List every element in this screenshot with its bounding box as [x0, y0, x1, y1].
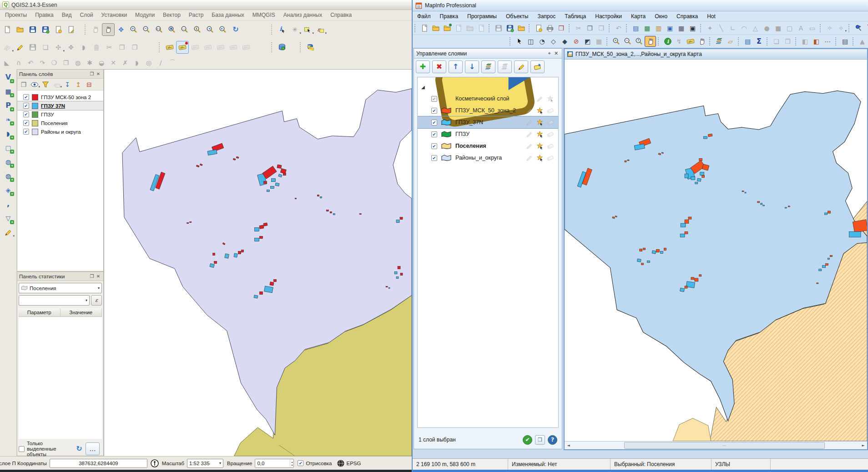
scroll-left-icon[interactable]: ◄	[565, 443, 572, 447]
add-mssql-layer[interactable]: ◗+	[2, 127, 15, 140]
layer-editable-icon[interactable]	[525, 131, 534, 138]
open-workspace[interactable]	[441, 23, 453, 34]
split-parts[interactable]: ⌒	[167, 57, 178, 68]
menu-item-12[interactable]: Справка	[326, 10, 356, 20]
expand-all[interactable]: ↧	[62, 80, 73, 90]
zoom-in[interactable]: +	[127, 23, 140, 36]
spin-up-icon[interactable]: ▴	[291, 460, 293, 463]
help-button[interactable]: ?	[548, 435, 557, 445]
render-checkbox[interactable]: ✔	[298, 460, 303, 466]
menu-item-10[interactable]: MMQGIS	[248, 10, 279, 20]
map-feature[interactable]	[283, 173, 286, 176]
menu-item-7[interactable]: Вектор	[159, 10, 185, 20]
statistics-column-value[interactable]: Значение	[61, 308, 102, 316]
map-feature[interactable]	[688, 217, 691, 219]
menu-item-2[interactable]: Правка	[31, 10, 58, 20]
polyline-tool[interactable]: ∟	[727, 23, 738, 34]
cad-tools[interactable]: ◣	[1, 57, 13, 68]
map-feature[interactable]	[680, 288, 685, 292]
map-feature[interactable]	[396, 220, 399, 223]
map-feature[interactable]	[317, 195, 319, 196]
map-feature[interactable]	[849, 231, 861, 237]
statistics-options[interactable]: …	[86, 442, 100, 455]
open-project[interactable]	[14, 23, 26, 36]
layer-visibility-checkbox[interactable]: ✔	[23, 94, 29, 100]
distance-scale[interactable]: ⋯	[822, 36, 833, 47]
open-web-service[interactable]	[464, 23, 475, 34]
coordinate-input[interactable]: 387632,6284409	[50, 459, 147, 468]
scrollbar-track[interactable]: ⋯	[572, 442, 859, 449]
frame-tool[interactable]: ▭	[807, 23, 818, 34]
ellipse-tool[interactable]: ●	[761, 23, 772, 34]
map-feature[interactable]	[255, 228, 259, 231]
add-wms-layer[interactable]: ◍+	[2, 170, 15, 182]
pan-map[interactable]	[102, 23, 115, 36]
map-feature[interactable]	[259, 236, 262, 239]
layer-selectable-icon[interactable]	[535, 154, 544, 162]
scrollbar-thumb[interactable]: ⋯	[624, 442, 825, 449]
map-feature[interactable]	[386, 286, 388, 287]
open-universal-data[interactable]	[475, 23, 487, 34]
export-window[interactable]: ❒	[555, 23, 567, 34]
map-feature[interactable]	[685, 231, 688, 234]
menu-item-9[interactable]: Окно	[650, 12, 672, 21]
cut-features[interactable]: ✂	[103, 41, 116, 54]
open-layer-styling[interactable]: ❐	[18, 80, 29, 90]
menu-item-1[interactable]: Проекты	[1, 10, 31, 20]
layer-style-swatch[interactable]	[441, 119, 452, 126]
drag-map-window[interactable]	[696, 36, 707, 47]
map-feature[interactable]	[277, 165, 282, 168]
set-target-district[interactable]: ❏	[771, 36, 782, 47]
map-feature[interactable]	[330, 212, 332, 213]
symbol-style[interactable]	[853, 23, 864, 34]
map-feature[interactable]	[320, 197, 322, 198]
float-panel-icon[interactable]: ❐	[89, 273, 95, 280]
mouse-tracking-icon[interactable]	[150, 459, 159, 468]
map-feature[interactable]	[656, 249, 659, 252]
open-table[interactable]	[430, 23, 441, 34]
save-project[interactable]	[26, 23, 39, 36]
statistics-window[interactable]: Σ	[753, 36, 765, 47]
undo[interactable]: ↶	[25, 57, 36, 68]
layer-row[interactable]: ✔Районы и округа	[17, 127, 103, 136]
map-feature[interactable]	[704, 136, 707, 139]
select-tool[interactable]	[514, 36, 525, 47]
layer-edit-options[interactable]	[514, 60, 528, 73]
status-selected[interactable]: Выбранный: Поселения	[611, 459, 712, 470]
rectangle-tool[interactable]: ■	[772, 23, 784, 34]
layer-editable-icon[interactable]	[525, 142, 534, 150]
collapse-all[interactable]: ↥	[73, 80, 84, 90]
layer-color-swatch[interactable]	[32, 103, 38, 109]
label-properties[interactable]: abc	[240, 41, 252, 54]
zoom-to-selection[interactable]: ▮	[191, 23, 204, 36]
redo[interactable]: ↷	[36, 57, 48, 68]
menu-item-10[interactable]: Справка	[672, 12, 702, 21]
clip-region-onoff[interactable]: ◧	[799, 36, 811, 47]
map-feature[interactable]	[398, 266, 400, 269]
map-feature[interactable]	[785, 207, 787, 208]
cut[interactable]: ✂	[573, 23, 584, 34]
new-shapefile-layer[interactable]: ▾	[2, 226, 15, 239]
show-legend[interactable]: ▤	[742, 36, 753, 47]
radius-select[interactable]: ◔	[536, 36, 548, 47]
layer-visibility-checkbox[interactable]: ✔	[431, 155, 437, 161]
map-feature[interactable]	[255, 238, 259, 241]
python-console[interactable]	[304, 41, 317, 54]
rotate-feature[interactable]: ❍	[48, 57, 60, 68]
menu-item-8[interactable]: Карта	[626, 12, 650, 21]
menu-item-1[interactable]: Файл	[413, 12, 435, 21]
layer-color-swatch[interactable]	[32, 129, 38, 135]
zoom-out-tool[interactable]: −	[622, 36, 633, 47]
add-spatialite-layer[interactable]: ❧+	[2, 113, 15, 126]
filter-legend[interactable]	[40, 80, 51, 90]
window-list[interactable]: ▤	[839, 36, 851, 47]
save-layer-edits[interactable]	[26, 41, 39, 54]
map-feature[interactable]	[225, 254, 229, 258]
new-project[interactable]	[1, 23, 14, 36]
map-feature[interactable]	[664, 248, 666, 250]
map-window-title-bar[interactable]: ГПЗУ_МСК_50_зона_2,...,Районы_и_округа К…	[565, 49, 867, 60]
layer-row[interactable]: ✔ГПЗУ МСК-50 зона 2	[17, 93, 103, 101]
arc-tool[interactable]: ◠	[738, 23, 750, 34]
map-feature[interactable]	[691, 177, 695, 180]
zoom-in-tool[interactable]: +	[611, 36, 622, 47]
